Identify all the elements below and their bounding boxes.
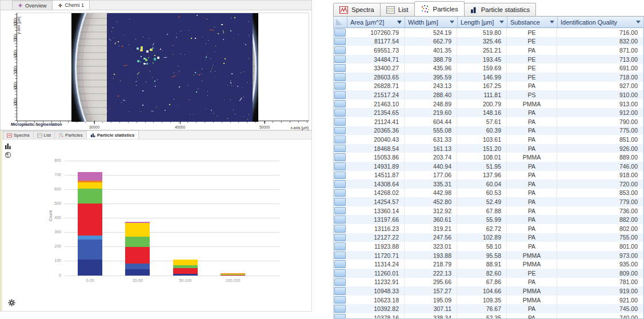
- row-selector[interactable]: [334, 260, 346, 268]
- gear-icon[interactable]: [8, 299, 15, 306]
- tab-chemi-1[interactable]: Chemi 1: [52, 0, 90, 10]
- row-selector[interactable]: [334, 242, 346, 250]
- row-selector[interactable]: [334, 189, 346, 197]
- filter-dropdown-icon[interactable]: [636, 21, 641, 23]
- row-selector[interactable]: [334, 38, 346, 46]
- row-selector[interactable]: [334, 278, 346, 286]
- table-row[interactable]: 14931.89440.9451.95PA746.00: [334, 162, 643, 171]
- pie-chart-icon[interactable]: [5, 151, 11, 158]
- row-selector[interactable]: [334, 55, 346, 63]
- table-cell: 935.00: [557, 260, 643, 269]
- row-selector[interactable]: [334, 305, 346, 313]
- row-selector[interactable]: [334, 91, 346, 99]
- table-row[interactable]: 20040.43631.33103.61PA851.00: [334, 135, 643, 144]
- table-row[interactable]: 14308.64335.3160.04PA720.00: [334, 180, 643, 189]
- row-selector[interactable]: [334, 135, 346, 143]
- table-row[interactable]: 13197.66360.6155.99PA882.00: [334, 215, 643, 224]
- row-selector[interactable]: [334, 64, 346, 72]
- row-selector[interactable]: [334, 127, 346, 135]
- row-selector[interactable]: [334, 252, 346, 260]
- table-row[interactable]: 14268.02442.9860.53PA853.00: [334, 189, 643, 198]
- table-row[interactable]: 11720.71193.8895.58PMMA973.00: [334, 251, 643, 260]
- table-row[interactable]: 14254.57452.8052.49PA779.00: [334, 197, 643, 206]
- table-row[interactable]: 33400.27435.96159.69PE691.00: [334, 63, 643, 73]
- table-row[interactable]: 81177.54662.79325.46PE832.00: [334, 37, 643, 46]
- tab-spectra-small[interactable]: Spectra: [3, 131, 34, 139]
- bar-chart-icon[interactable]: [5, 143, 11, 149]
- particles-panel: Spectra List Particles Particle statisti…: [333, 0, 644, 319]
- table-row[interactable]: 28603.65395.59146.99PE718.00: [334, 73, 643, 82]
- select-all-corner[interactable]: [334, 17, 347, 27]
- table-cell: 809.00: [557, 269, 643, 278]
- table-row[interactable]: 11232.91295.6667.86PA781.00: [334, 278, 643, 287]
- row-selector[interactable]: [334, 216, 346, 224]
- particles-icon: [58, 133, 63, 138]
- row-selector[interactable]: [334, 145, 346, 153]
- row-selector[interactable]: [334, 269, 346, 277]
- bar-segment: [78, 204, 102, 236]
- filter-dropdown-icon[interactable]: [450, 21, 454, 23]
- table-row[interactable]: 11260.01222.1382.60PE809.00: [334, 269, 643, 278]
- row-selector[interactable]: [334, 287, 346, 295]
- row-selector[interactable]: [334, 234, 346, 242]
- row-selector[interactable]: [334, 180, 346, 188]
- row-selector[interactable]: [334, 225, 346, 233]
- column-header-identification-quality[interactable]: Identification Quality: [558, 17, 643, 27]
- table-row[interactable]: 21354.65219.60148.16PA912.00: [334, 108, 643, 117]
- table-cell: PA: [507, 215, 557, 224]
- row-selector[interactable]: [334, 198, 346, 206]
- microscope-image[interactable]: [71, 13, 258, 122]
- tab-particles-small[interactable]: Particles: [54, 131, 87, 139]
- tab-list-small[interactable]: List: [33, 131, 55, 139]
- table-cell: 247.56: [405, 233, 457, 242]
- table-row[interactable]: 21463.10248.89200.79PMMA913.00: [334, 99, 643, 109]
- chart-y-tick-label: 300: [41, 230, 61, 234]
- column-header-width[interactable]: Width [µm]: [405, 17, 458, 27]
- table-row[interactable]: 10378.16338.3452.35PA740.00: [334, 313, 643, 319]
- row-selector[interactable]: [334, 73, 346, 81]
- row-selector[interactable]: [334, 153, 346, 161]
- row-selector[interactable]: [334, 118, 346, 126]
- table-row[interactable]: 14511.87177.06137.96PA918.00: [334, 171, 643, 180]
- table-row[interactable]: 18468.54161.13151.20PA926.00: [334, 144, 643, 153]
- tab-spectra[interactable]: Spectra: [333, 3, 381, 16]
- tab-particles[interactable]: Particles: [414, 1, 465, 16]
- column-header-area[interactable]: Area [µm^2]: [347, 17, 405, 27]
- tab-overview[interactable]: Overview: [12, 1, 53, 10]
- column-header-length[interactable]: Length [µm]: [458, 17, 507, 27]
- table-row[interactable]: 10948.33157.27104.66PMMA919.00: [334, 286, 643, 296]
- table-row[interactable]: 34484.71388.79193.45PE713.00: [334, 55, 643, 64]
- table-row[interactable]: 21124.41604.4457.61PA790.00: [334, 117, 643, 126]
- table-row[interactable]: 10392.82307.1176.67PA745.00: [334, 304, 643, 313]
- row-selector[interactable]: [334, 82, 346, 90]
- row-selector[interactable]: [334, 162, 346, 170]
- filter-dropdown-icon[interactable]: [499, 21, 504, 23]
- tab-particle-statistics[interactable]: Particle statistics: [464, 3, 537, 16]
- row-selector[interactable]: [334, 207, 346, 215]
- tab-particle-statistics-small[interactable]: Particle statistics: [86, 130, 139, 139]
- table-row[interactable]: 11923.88323.0158.10PA801.00: [334, 242, 643, 251]
- table-row[interactable]: 11314.24218.7988.91PMMA935.00: [334, 260, 643, 269]
- table-row[interactable]: 15053.86203.74108.01PMMA889.00: [334, 153, 643, 162]
- row-selector[interactable]: [334, 109, 346, 117]
- table-cell: 20040.43: [347, 135, 405, 144]
- row-selector[interactable]: [334, 172, 346, 180]
- table-row[interactable]: 21517.24288.40111.81PS910.00: [334, 90, 643, 99]
- table-row[interactable]: 107260.79524.19519.80PE716.00: [334, 28, 643, 37]
- row-selector[interactable]: [334, 46, 346, 54]
- row-selector[interactable]: [334, 296, 346, 304]
- row-selector[interactable]: [334, 100, 346, 108]
- filter-dropdown-icon[interactable]: [550, 21, 554, 23]
- table-row[interactable]: 20365.36555.0860.39PA775.00: [334, 126, 643, 135]
- column-header-substance[interactable]: Substance: [507, 17, 558, 27]
- row-selector[interactable]: [334, 314, 346, 319]
- image-plot[interactable]: y-axis [µm] x-axis [µm] 3000040000500008…: [17, 13, 309, 121]
- table-row[interactable]: 26828.71243.13167.25PA927.00: [334, 82, 643, 91]
- table-row[interactable]: 10623.18195.09109.35PMMA921.00: [334, 296, 643, 305]
- tab-list[interactable]: List: [380, 3, 415, 16]
- table-row[interactable]: 69551.73401.35251.21PA871.00: [334, 46, 643, 55]
- table-row[interactable]: 13360.14312.9267.88PA736.00: [334, 206, 643, 216]
- table-row[interactable]: 12127.22247.56102.89PA755.00: [334, 233, 643, 242]
- table-row[interactable]: 13116.23319.2162.72PA802.00: [334, 224, 643, 233]
- row-selector[interactable]: [334, 29, 346, 37]
